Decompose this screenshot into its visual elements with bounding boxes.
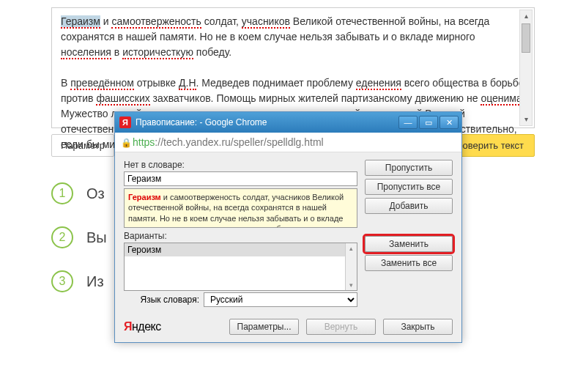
- yandex-logo: Яндекс: [124, 320, 161, 333]
- url-scheme: https: [133, 136, 155, 148]
- spell-error: оценима: [481, 92, 522, 106]
- spell-error: учасников: [242, 15, 290, 29]
- spell-error: фашисских: [96, 92, 149, 106]
- dialog-titlebar[interactable]: Я Правописание: - Google Chrome — ▭ ✕: [115, 112, 461, 133]
- scroll-thumb[interactable]: [522, 23, 530, 53]
- text: солдат,: [201, 15, 242, 27]
- add-to-dictionary-button[interactable]: Добавить: [365, 198, 453, 214]
- misspelled-word-input[interactable]: [124, 171, 357, 186]
- skip-button[interactable]: Пропустить: [365, 160, 453, 176]
- context-preview: Гераизм и самоотверженость солдат, учасн…: [124, 188, 357, 228]
- variants-scrollbar[interactable]: ▴ ▾: [345, 243, 357, 290]
- skip-all-button[interactable]: Пропустить все: [365, 179, 453, 195]
- text: в: [111, 46, 122, 58]
- scroll-up-icon[interactable]: ▴: [520, 10, 532, 22]
- spell-error: самоотверженость: [111, 15, 201, 29]
- step-number-badge: 2: [51, 226, 73, 248]
- lock-icon: 🔒: [121, 138, 130, 147]
- spellcheck-dialog: Я Правописание: - Google Chrome — ▭ ✕ 🔒 …: [114, 111, 462, 343]
- spell-error: историчесткую: [122, 46, 193, 59]
- highlighted-error-word: Гераизм: [61, 15, 100, 27]
- text-input-area[interactable]: Гераизм и самоотверженость солдат, учасн…: [51, 7, 535, 128]
- spell-error: преведённом: [70, 77, 134, 90]
- dictionary-language-select[interactable]: Русский: [204, 292, 357, 307]
- variant-item[interactable]: Героизм: [125, 243, 357, 256]
- revert-button[interactable]: Вернуть: [306, 319, 376, 335]
- variants-list[interactable]: Героизм ▴ ▾: [124, 243, 357, 291]
- step-text: Из: [86, 273, 104, 290]
- spell-error: Д.Н: [179, 77, 196, 90]
- text: захватчиков. Помощь мирных жителей парти…: [150, 92, 481, 104]
- maximize-button[interactable]: ▭: [419, 116, 438, 129]
- not-in-dictionary-label: Нет в словаре:: [124, 160, 357, 170]
- step-number-badge: 1: [51, 182, 73, 204]
- context-text: и самоотверженость солдат, учасников Вел…: [128, 193, 344, 228]
- close-window-button[interactable]: ✕: [440, 116, 459, 129]
- dialog-close-button[interactable]: Закрыть: [383, 319, 453, 335]
- address-bar[interactable]: 🔒 https://tech.yandex.ru/speller/spelldl…: [115, 133, 461, 152]
- spell-error: еденения: [356, 77, 401, 90]
- scroll-up-icon[interactable]: ▴: [346, 243, 357, 254]
- step-text: Оз: [86, 185, 105, 202]
- textarea-scrollbar[interactable]: ▴ ▾: [519, 10, 533, 126]
- replace-all-button[interactable]: Заменить все: [365, 255, 453, 271]
- url-path: ://tech.yandex.ru/speller/spelldlg.html: [155, 136, 323, 148]
- scroll-down-icon[interactable]: ▾: [520, 114, 532, 125]
- text: . Медведев поднимает проблему: [196, 77, 356, 89]
- yandex-favicon-icon: Я: [119, 117, 131, 128]
- scroll-down-icon[interactable]: ▾: [346, 280, 357, 290]
- minimize-button[interactable]: —: [398, 116, 418, 129]
- text: и: [100, 15, 112, 27]
- dialog-params-button[interactable]: Параметры...: [229, 319, 299, 335]
- context-error-word: Гераизм: [128, 193, 161, 201]
- text: отрывке: [134, 77, 179, 89]
- text: победу.: [193, 46, 231, 58]
- dialog-title: Правописание: - Google Chrome: [136, 117, 397, 127]
- replace-button[interactable]: Заменить: [365, 236, 453, 252]
- text: В: [61, 77, 70, 89]
- spell-error: носеления: [61, 46, 111, 59]
- dictionary-language-label: Язык словаря:: [141, 295, 199, 305]
- variants-label: Варианты:: [124, 231, 357, 241]
- step-text: Вы: [86, 229, 107, 246]
- step-number-badge: 3: [51, 270, 73, 292]
